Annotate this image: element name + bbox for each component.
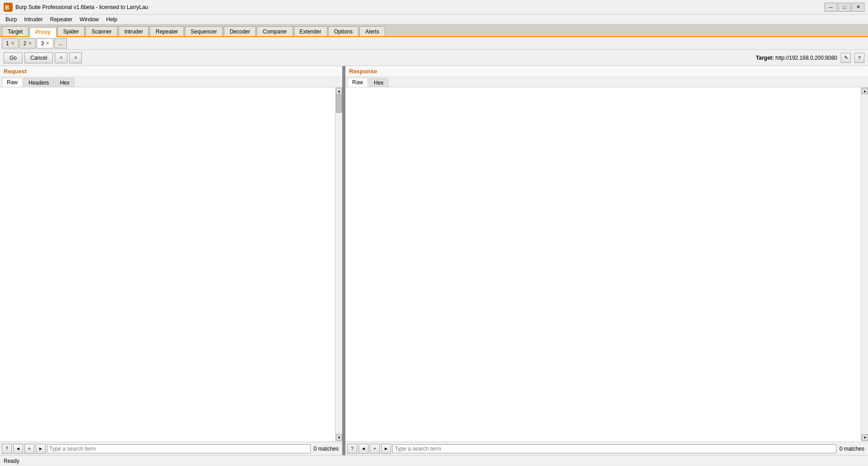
response-scrollbar[interactable]: ▲ ▼ (861, 87, 868, 442)
menu-help[interactable]: Help (103, 15, 121, 24)
request-tab-headers[interactable]: Headers (24, 78, 54, 87)
edit-target-button[interactable]: ✎ (841, 53, 851, 63)
tab-decoder[interactable]: Decoder (224, 26, 256, 36)
request-search-help-button[interactable]: ? (2, 444, 12, 454)
close-tab-1-icon[interactable]: ✕ (11, 41, 14, 46)
request-text-area[interactable] (0, 87, 335, 442)
menu-burp[interactable]: Burp (2, 15, 20, 24)
target-info: Target: http://192.168.0.200:8080 (756, 55, 837, 61)
window-controls: ─ □ ✕ (825, 3, 864, 12)
scrollbar-thumb[interactable] (336, 95, 342, 113)
response-matches-count: 0 matches (838, 446, 866, 452)
tab-options[interactable]: Options (328, 26, 359, 36)
go-button[interactable]: Go (4, 52, 23, 63)
request-search-bar: ? ◄ + ► 0 matches (0, 442, 342, 455)
back-button[interactable]: < (55, 52, 67, 63)
request-content-area: ▲ ▼ (0, 87, 342, 442)
tab-comparer[interactable]: Comparer (257, 26, 292, 36)
response-search-prev-button[interactable]: ◄ (359, 444, 368, 454)
tab-spider[interactable]: Spider (57, 26, 85, 36)
status-bar: Ready (0, 455, 868, 466)
response-panel-header: Response (345, 66, 868, 77)
request-scrollbar[interactable]: ▲ ▼ (335, 87, 342, 442)
request-panel-header: Request (0, 66, 342, 77)
tab-sequencer[interactable]: Sequencer (185, 26, 223, 36)
tab-target[interactable]: Target (2, 26, 28, 36)
title-bar: B Burp Suite Professional v1.6beta - lic… (0, 0, 868, 14)
repeater-tab-3[interactable]: 3 ✕ (37, 38, 53, 48)
response-search-bar: ? ◄ + ► 0 matches (345, 442, 868, 455)
request-matches-count: 0 matches (312, 446, 340, 452)
status-text: Ready (4, 458, 19, 464)
repeater-tab-1[interactable]: 1 ✕ (2, 38, 19, 48)
response-tab-raw[interactable]: Raw (347, 78, 368, 87)
request-tab-raw[interactable]: Raw (2, 78, 23, 87)
target-url: http://192.168.0.200:8080 (775, 55, 837, 61)
svg-text:B: B (5, 4, 9, 11)
request-panel: Request Raw Headers Hex ▲ ▼ ? ◄ + ► 0 ma… (0, 66, 344, 455)
scroll-up-icon[interactable]: ▲ (336, 88, 342, 94)
tab-scanner[interactable]: Scanner (85, 26, 118, 36)
response-panel: Response Raw Hex ▲ ▼ ? ◄ + ► 0 matches (345, 66, 868, 455)
response-search-input[interactable] (392, 444, 836, 453)
request-search-input[interactable] (47, 444, 311, 453)
request-search-forward-button[interactable]: ► (36, 444, 46, 454)
close-tab-2-icon[interactable]: ✕ (28, 41, 32, 46)
cancel-button[interactable]: Cancel (24, 52, 53, 63)
response-scroll-up-icon[interactable]: ▲ (862, 88, 868, 94)
repeater-tab-2[interactable]: 2 ✕ (19, 38, 36, 48)
response-content-area: ▲ ▼ (345, 87, 868, 442)
minimize-button[interactable]: ─ (825, 3, 837, 12)
add-repeater-tab-button[interactable]: ... (54, 38, 67, 48)
main-content: Request Raw Headers Hex ▲ ▼ ? ◄ + ► 0 ma… (0, 66, 868, 455)
tab-extender[interactable]: Extender (294, 26, 327, 36)
response-search-help-button[interactable]: ? (347, 444, 357, 454)
response-scroll-down-icon[interactable]: ▼ (862, 434, 868, 441)
response-text-area[interactable] (345, 87, 861, 442)
forward-button[interactable]: > (69, 52, 82, 63)
tab-proxy[interactable]: Proxy (29, 27, 56, 37)
tab-intruder[interactable]: Intruder (118, 26, 149, 36)
close-tab-3-icon[interactable]: ✕ (46, 41, 49, 46)
menu-bar: Burp Intruder Repeater Window Help (0, 14, 868, 24)
app-title: Burp Suite Professional v1.6beta - licen… (15, 4, 825, 10)
target-label: Target: (756, 55, 774, 61)
response-search-next-button[interactable]: + (370, 444, 380, 454)
response-tab-hex[interactable]: Hex (369, 78, 388, 87)
toolbar: Go Cancel < > Target: http://192.168.0.2… (0, 50, 868, 66)
response-inner-tabs: Raw Hex (345, 77, 868, 87)
menu-intruder[interactable]: Intruder (20, 15, 46, 24)
menu-window[interactable]: Window (76, 15, 103, 24)
app-icon: B (4, 3, 13, 12)
close-button[interactable]: ✕ (852, 3, 864, 12)
repeater-tab-bar: 1 ✕ 2 ✕ 3 ✕ ... (0, 37, 868, 50)
tab-repeater[interactable]: Repeater (150, 26, 184, 36)
request-search-next-button[interactable]: + (24, 444, 34, 454)
target-help-button[interactable]: ? (854, 53, 864, 63)
response-search-forward-button[interactable]: ► (381, 444, 391, 454)
tab-alerts[interactable]: Alerts (359, 26, 385, 36)
request-inner-tabs: Raw Headers Hex (0, 77, 342, 87)
main-tab-bar: Target Proxy Spider Scanner Intruder Rep… (0, 24, 868, 37)
menu-repeater[interactable]: Repeater (47, 15, 76, 24)
request-search-prev-button[interactable]: ◄ (13, 444, 23, 454)
request-tab-hex[interactable]: Hex (55, 78, 74, 87)
scroll-down-icon[interactable]: ▼ (336, 434, 342, 441)
maximize-button[interactable]: □ (838, 3, 851, 12)
